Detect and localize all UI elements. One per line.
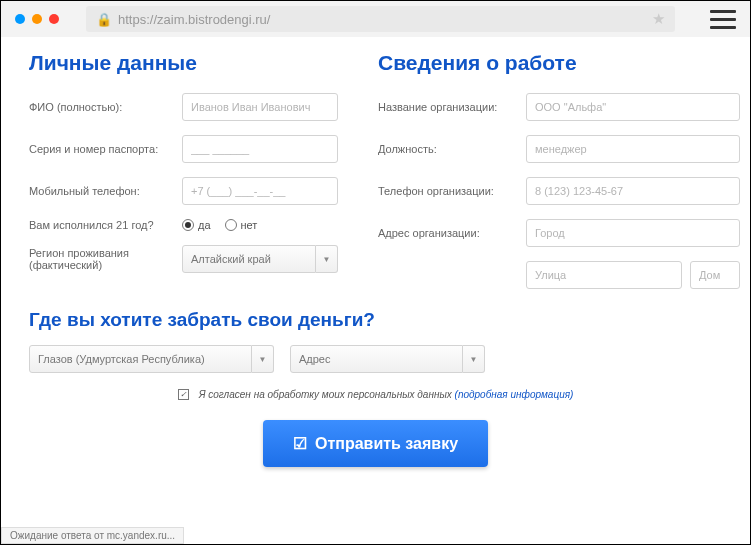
menu-hamburger-icon[interactable] bbox=[710, 10, 736, 29]
consent-text: Я согласен на обработку моих персональны… bbox=[199, 389, 452, 400]
lock-icon: 🔒 bbox=[96, 12, 112, 27]
url-bar[interactable]: 🔒 https://zaim.bistrodengi.ru/ ★ bbox=[86, 6, 675, 32]
work-phone-input[interactable] bbox=[526, 177, 740, 205]
fio-input[interactable] bbox=[182, 93, 338, 121]
age-yes-label: да bbox=[198, 219, 211, 231]
traffic-light-red bbox=[49, 14, 59, 24]
org-input[interactable] bbox=[526, 93, 740, 121]
chevron-down-icon: ▼ bbox=[316, 245, 338, 273]
passport-input[interactable] bbox=[182, 135, 338, 163]
phone-label: Мобильный телефон: bbox=[29, 185, 174, 197]
passport-label: Серия и номер паспорта: bbox=[29, 143, 174, 155]
phone-input[interactable] bbox=[182, 177, 338, 205]
traffic-light-orange bbox=[32, 14, 42, 24]
chevron-down-icon: ▼ bbox=[463, 345, 485, 373]
browser-bar: 🔒 https://zaim.bistrodengi.ru/ ★ bbox=[1, 1, 750, 37]
region-select[interactable]: Алтайский край ▼ bbox=[182, 245, 338, 273]
status-bar: Ожидание ответа от mc.yandex.ru... bbox=[1, 527, 184, 544]
org-label: Название организации: bbox=[378, 101, 518, 113]
radio-circle-icon bbox=[182, 219, 194, 231]
consent-checkbox[interactable]: ✓ bbox=[178, 389, 189, 400]
age-no-radio[interactable]: нет bbox=[225, 219, 258, 231]
envelope-check-icon: ☑ bbox=[293, 434, 307, 453]
position-label: Должность: bbox=[378, 143, 518, 155]
work-address-label: Адрес организации: bbox=[378, 227, 518, 239]
work-section: Сведения о работе Название организации: … bbox=[378, 51, 740, 303]
personal-title: Личные данные bbox=[29, 51, 338, 75]
pickup-address-select[interactable]: Адрес ▼ bbox=[290, 345, 485, 373]
bookmark-star-icon[interactable]: ★ bbox=[652, 10, 665, 28]
personal-section: Личные данные ФИО (полностью): Серия и н… bbox=[29, 51, 338, 303]
url-text: https://zaim.bistrodengi.ru/ bbox=[118, 12, 270, 27]
submit-label: Отправить заявку bbox=[315, 435, 458, 453]
submit-button[interactable]: ☑ Отправить заявку bbox=[263, 420, 488, 467]
pickup-address-value: Адрес bbox=[290, 345, 463, 373]
radio-circle-icon bbox=[225, 219, 237, 231]
consent-link[interactable]: (подробная информация) bbox=[455, 389, 574, 400]
work-city-input[interactable] bbox=[526, 219, 740, 247]
work-house-input[interactable] bbox=[690, 261, 740, 289]
chevron-down-icon: ▼ bbox=[252, 345, 274, 373]
age-label: Вам исполнился 21 год? bbox=[29, 219, 174, 231]
work-street-input[interactable] bbox=[526, 261, 682, 289]
region-value: Алтайский край bbox=[182, 245, 316, 273]
age-yes-radio[interactable]: да bbox=[182, 219, 211, 231]
age-no-label: нет bbox=[241, 219, 258, 231]
pickup-city-value: Глазов (Удмуртская Республика) bbox=[29, 345, 252, 373]
work-phone-label: Телефон организации: bbox=[378, 185, 518, 197]
fio-label: ФИО (полностью): bbox=[29, 101, 174, 113]
region-label: Регион проживания (фактический) bbox=[29, 247, 174, 271]
pickup-title: Где вы хотите забрать свои деньги? bbox=[29, 309, 722, 331]
traffic-light-blue bbox=[15, 14, 25, 24]
work-title: Сведения о работе bbox=[378, 51, 740, 75]
pickup-city-select[interactable]: Глазов (Удмуртская Республика) ▼ bbox=[29, 345, 274, 373]
position-input[interactable] bbox=[526, 135, 740, 163]
